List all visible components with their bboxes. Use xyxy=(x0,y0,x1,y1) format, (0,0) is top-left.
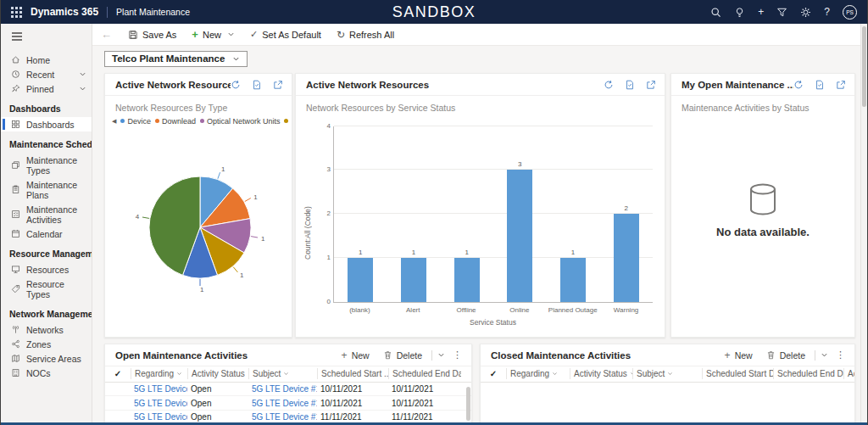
table-row[interactable]: 5G LTE Device #1 Open 5G LTE Device #1-P… xyxy=(105,411,471,425)
plus-icon: + xyxy=(192,29,198,40)
delete-button[interactable]: Delete xyxy=(762,350,810,361)
sidebar-item-nocs[interactable]: NOCs xyxy=(1,366,92,380)
expand-icon[interactable] xyxy=(646,80,656,90)
chevron-down-icon[interactable] xyxy=(79,85,86,92)
legend-item-downlead[interactable]: Downlead xyxy=(155,117,196,126)
chevron-down-icon[interactable] xyxy=(821,351,828,359)
quick-create-icon[interactable]: + xyxy=(758,7,764,17)
sidebar-item-resource-types[interactable]: Resource Types xyxy=(1,277,92,301)
legend-item-partial[interactable] xyxy=(284,119,288,123)
save-as-button[interactable]: Save As xyxy=(120,24,184,45)
bar[interactable]: 3 xyxy=(507,170,532,301)
sidebar-item-service-areas[interactable]: Service Areas xyxy=(1,351,92,366)
sidebar-item-resources[interactable]: Resources xyxy=(1,262,92,277)
bar[interactable]: 1 xyxy=(560,258,586,302)
new-button[interactable]: + New xyxy=(337,350,374,361)
bar-data-label: 3 xyxy=(507,160,532,168)
refresh-icon[interactable] xyxy=(604,80,614,90)
chevron-down-icon[interactable] xyxy=(227,31,235,38)
column-header-subject[interactable]: Subject xyxy=(248,368,317,379)
bar[interactable]: 2 xyxy=(614,214,639,302)
column-header-regarding[interactable]: Regarding xyxy=(131,368,187,379)
subject-link[interactable]: 5G LTE Device #1-Preve xyxy=(248,384,317,394)
bar-data-label: 1 xyxy=(560,249,586,256)
sidebar-item-recent[interactable]: Recent xyxy=(1,67,92,81)
bar[interactable]: 1 xyxy=(348,258,373,302)
sidebar-item-maintenance-plans[interactable]: Maintenance Plans xyxy=(1,177,92,202)
new-button[interactable]: + New xyxy=(721,350,757,361)
avatar[interactable]: PS xyxy=(843,5,857,20)
sidebar-item-calendar[interactable]: Calendar xyxy=(1,226,92,241)
view-records-icon[interactable] xyxy=(815,80,825,90)
refresh-all-button[interactable]: ↻ Refresh All xyxy=(329,24,402,45)
pie-callout-line xyxy=(245,199,251,202)
sidebar-item-zones[interactable]: Zones xyxy=(1,337,92,351)
legend-item-optical-network-units[interactable]: Optical Network Units xyxy=(200,117,281,126)
column-header-scheduled-start[interactable]: Scheduled Start ...↑ xyxy=(317,368,388,379)
subject-link[interactable]: 5G LTE Device #1-Preve xyxy=(248,412,317,422)
dashboard-selector[interactable]: Telco Plant Maintenance xyxy=(104,51,248,67)
app-launcher-icon[interactable] xyxy=(11,7,22,18)
grid-scrollbar[interactable] xyxy=(466,387,470,421)
sidebar-item-maintenance-types[interactable]: Maintenance Types xyxy=(1,153,92,177)
page-scrollbar[interactable] xyxy=(860,24,867,425)
chart-subtitle: Network Resources By Type xyxy=(105,96,292,115)
more-commands-icon[interactable]: ⋮ xyxy=(450,350,465,361)
app-area-title[interactable]: Plant Maintenance xyxy=(116,7,190,17)
sidebar-item-pinned[interactable]: Pinned xyxy=(1,81,92,96)
legend-prev-icon[interactable]: ◀ xyxy=(112,118,116,125)
view-records-icon[interactable] xyxy=(625,80,635,90)
filter-icon[interactable] xyxy=(776,7,787,18)
select-all-checkbox[interactable]: ✓ xyxy=(105,368,131,379)
chevron-down-icon[interactable] xyxy=(79,70,86,78)
x-axis-tick: Warning xyxy=(599,306,653,314)
new-button[interactable]: + New xyxy=(184,24,242,45)
back-button[interactable]: ← xyxy=(101,28,112,41)
column-header-scheduled-start-date[interactable]: Scheduled Start Date xyxy=(702,368,773,379)
regarding-link[interactable]: 5G LTE Device #1 xyxy=(131,384,187,394)
refresh-icon[interactable] xyxy=(231,80,241,90)
delete-button[interactable]: Delete xyxy=(379,350,426,361)
sidebar-item-dashboards[interactable]: Dashboards xyxy=(1,117,92,131)
help-icon[interactable]: ? xyxy=(824,7,830,17)
legend-item-device[interactable]: Device xyxy=(120,117,151,126)
column-header-regarding[interactable]: Regarding xyxy=(506,368,570,379)
column-header-activity-status[interactable]: Activity Status xyxy=(187,368,248,379)
gridline xyxy=(334,257,653,258)
column-header-activity-status[interactable]: Activity Status xyxy=(570,368,632,379)
legend-dot xyxy=(200,119,204,123)
command-bar: ← Save As + New ✓ Set As Default ↻ Refre… xyxy=(92,24,867,46)
no-data-text: No data available. xyxy=(716,226,810,238)
refresh-icon[interactable] xyxy=(793,80,804,90)
select-all-checkbox[interactable]: ✓ xyxy=(481,368,506,379)
regarding-link[interactable]: 5G LTE Device #1 xyxy=(131,399,187,408)
more-commands-icon[interactable]: ⋮ xyxy=(833,350,848,361)
bar[interactable]: 1 xyxy=(401,258,426,302)
page-scrollbar-thumb[interactable] xyxy=(862,26,866,107)
table-row[interactable]: 5G LTE Device #1 Open 5G LTE Device #1-P… xyxy=(105,396,471,411)
regarding-link[interactable]: 5G LTE Device #1 xyxy=(131,412,187,422)
bar[interactable]: 1 xyxy=(454,258,480,302)
settings-gear-icon[interactable] xyxy=(800,7,811,18)
sidebar-item-home[interactable]: Home xyxy=(1,53,92,67)
column-header-scheduled-end[interactable]: Scheduled End Date xyxy=(388,368,461,379)
sidebar-collapse-icon[interactable] xyxy=(11,31,23,42)
x-axis-tick: Offline xyxy=(440,306,493,314)
lightbulb-icon[interactable] xyxy=(734,7,745,18)
column-header-subject[interactable]: Subject xyxy=(632,368,702,379)
column-header-activity-truncated[interactable]: Act xyxy=(843,368,854,379)
chevron-down-icon[interactable] xyxy=(437,351,445,359)
expand-icon[interactable] xyxy=(836,80,846,90)
view-records-icon[interactable] xyxy=(252,80,262,90)
bar-plot-area: 01234111312 xyxy=(333,126,653,303)
pin-icon xyxy=(11,84,20,93)
column-header-scheduled-end-date[interactable]: Scheduled End Date xyxy=(773,368,843,379)
set-as-default-button[interactable]: ✓ Set As Default xyxy=(242,24,329,45)
subject-link[interactable]: 5G LTE Device #1-Preve xyxy=(248,399,317,408)
sidebar-item-maintenance-activities[interactable]: Maintenance Activities xyxy=(1,202,92,226)
table-row[interactable]: 5G LTE Device #1 Open 5G LTE Device #1-P… xyxy=(105,383,471,397)
sidebar-item-networks[interactable]: Networks xyxy=(1,322,92,337)
expand-icon[interactable] xyxy=(273,80,283,90)
search-icon[interactable] xyxy=(710,7,721,18)
brand-title[interactable]: Dynamics 365 xyxy=(31,6,98,18)
